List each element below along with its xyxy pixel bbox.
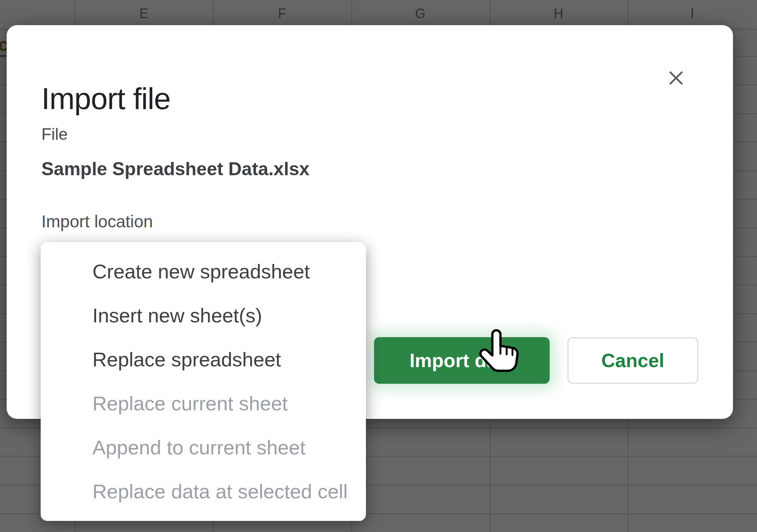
import-file-screen: EFGHI cl Import file File Sample Spreads… (0, 0, 757, 532)
import-location-menu: Create new spreadsheet Insert new sheet(… (41, 242, 366, 521)
column-header-F: F (278, 6, 286, 21)
file-section-label: File (41, 125, 68, 143)
import-location-label: Import location (41, 211, 153, 231)
menu-item-append-to-current-sheet: Append to current sheet (41, 426, 366, 470)
menu-item-replace-data-at-selected-cell: Replace data at selected cell (41, 470, 366, 514)
column-header-G: G (415, 6, 425, 21)
hand-pointer-cursor (479, 328, 523, 379)
menu-item-replace-spreadsheet[interactable]: Replace spreadsheet (41, 338, 366, 382)
import-data-button[interactable]: Import data (374, 337, 550, 384)
column-header-H: H (554, 6, 563, 21)
file-name: Sample Spreadsheet Data.xlsx (41, 158, 309, 180)
menu-item-replace-current-sheet: Replace current sheet (41, 382, 366, 426)
hand-pointer-icon (479, 328, 523, 378)
clipped-cell-text: cl (0, 34, 7, 55)
column-header-I: I (690, 6, 694, 21)
close-button[interactable] (662, 64, 690, 92)
cell-bottom-border (0, 55, 7, 57)
menu-item-create-new-spreadsheet[interactable]: Create new spreadsheet (41, 250, 366, 294)
close-icon (668, 70, 685, 87)
menu-item-insert-new-sheets[interactable]: Insert new sheet(s) (41, 294, 366, 338)
column-header-E: E (139, 6, 148, 21)
dialog-title: Import file (41, 81, 170, 116)
cancel-button[interactable]: Cancel (567, 337, 698, 384)
